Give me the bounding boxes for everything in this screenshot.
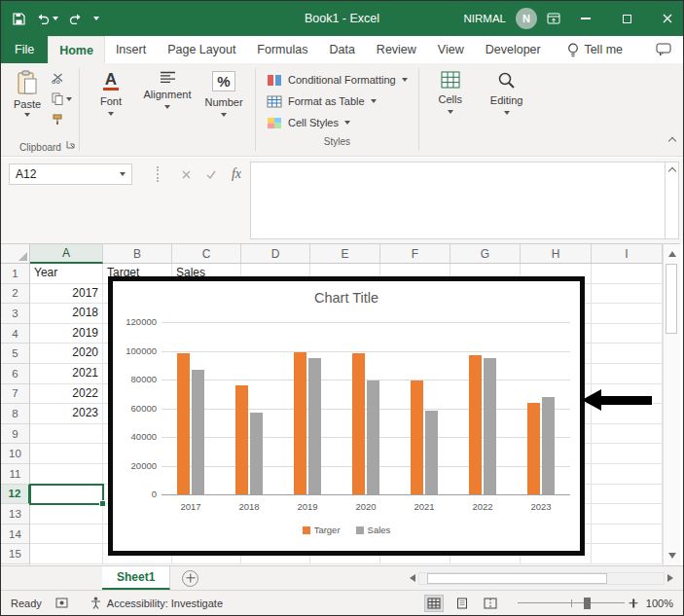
horizontal-scroll-track[interactable] [418, 572, 665, 585]
tab-home[interactable]: Home [48, 36, 105, 63]
conditional-formatting-button[interactable]: Conditional Formatting [259, 69, 415, 91]
row-header-10[interactable]: 10 [1, 444, 30, 464]
editing-group-button[interactable]: Editing [479, 63, 535, 156]
cell-A9[interactable] [30, 424, 103, 445]
enter-button[interactable] [199, 163, 223, 185]
tab-page-layout[interactable]: Page Layout [157, 36, 246, 63]
sheet-tab-sheet1[interactable]: Sheet1 [102, 566, 170, 590]
column-header-D[interactable]: D [241, 244, 310, 264]
close-button[interactable] [652, 1, 683, 36]
column-header-G[interactable]: G [450, 244, 521, 264]
active-cell-outline[interactable] [29, 484, 104, 506]
normal-view-button[interactable] [424, 595, 444, 612]
cell-A7[interactable]: 2022 [30, 384, 103, 405]
column-header-A[interactable]: A [30, 244, 103, 264]
legend-item-targer[interactable]: Targer [303, 525, 341, 535]
bar-targer-2023[interactable] [527, 403, 540, 494]
row-header-3[interactable]: 3 [1, 304, 30, 324]
undo-button[interactable] [36, 14, 58, 24]
tab-view[interactable]: View [427, 36, 475, 63]
chart-title[interactable]: Chart Title [113, 290, 580, 306]
ribbon-display-options-button[interactable] [547, 12, 560, 25]
row-header-9[interactable]: 9 [1, 424, 30, 445]
tell-me-box[interactable]: Tell me [567, 36, 623, 63]
tab-file[interactable]: File [1, 36, 48, 63]
column-header-H[interactable]: H [521, 244, 592, 264]
cell-I9[interactable] [592, 424, 663, 445]
cell-A15[interactable] [30, 544, 103, 564]
paste-button[interactable]: Paste [5, 68, 50, 117]
format-as-table-button[interactable]: Format as Table [259, 91, 415, 112]
page-layout-view-button[interactable] [452, 595, 472, 612]
alignment-group-button[interactable]: Alignment [139, 63, 196, 156]
cell-I5[interactable] [592, 344, 663, 364]
insert-function-button[interactable]: fx [225, 163, 248, 185]
scroll-right-button[interactable] [667, 574, 673, 582]
cells-group-button[interactable]: Cells [422, 63, 479, 156]
cell-A5[interactable]: 2020 [30, 344, 103, 364]
row-header-4[interactable]: 4 [1, 324, 30, 344]
cell-I14[interactable] [592, 525, 663, 545]
row-header-6[interactable]: 6 [1, 364, 30, 384]
row-header-2[interactable]: 2 [1, 284, 30, 305]
redo-button[interactable] [69, 14, 83, 24]
cell-I3[interactable] [592, 304, 663, 324]
column-header-I[interactable]: I [592, 244, 663, 264]
zoom-slider-thumb[interactable] [584, 598, 591, 609]
cell-A10[interactable] [30, 444, 103, 464]
horizontal-scrollbar[interactable] [410, 570, 673, 586]
vertical-scrollbar[interactable] [663, 243, 680, 565]
copy-button[interactable] [52, 91, 72, 106]
cell-A4[interactable]: 2019 [30, 324, 103, 344]
bar-sales-2021[interactable] [425, 411, 438, 494]
add-sheet-button[interactable] [182, 570, 198, 587]
row-header-8[interactable]: 8 [1, 404, 30, 424]
column-header-F[interactable]: F [380, 244, 450, 264]
number-group-button[interactable]: % Number [196, 63, 252, 156]
tab-insert[interactable]: Insert [105, 36, 157, 63]
cell-I12[interactable] [592, 485, 663, 505]
bar-sales-2020[interactable] [367, 380, 379, 494]
format-painter-button[interactable] [52, 112, 72, 127]
bar-sales-2019[interactable] [308, 358, 321, 494]
account-avatar[interactable]: N [516, 8, 537, 29]
bar-sales-2018[interactable] [250, 413, 263, 494]
cell-A14[interactable] [30, 525, 103, 545]
name-box[interactable]: A12 [9, 163, 132, 185]
column-header-C[interactable]: C [172, 244, 241, 264]
row-header-1[interactable]: 1 [1, 264, 30, 284]
row-header-14[interactable]: 14 [1, 525, 30, 545]
cancel-button[interactable] [174, 163, 198, 185]
row-header-13[interactable]: 13 [1, 504, 30, 525]
bar-targer-2020[interactable] [352, 353, 365, 494]
comments-button[interactable] [656, 36, 671, 63]
row-header-15[interactable]: 15 [1, 544, 30, 564]
cell-I1[interactable] [592, 264, 663, 284]
clipboard-dialog-launcher[interactable] [66, 135, 75, 153]
cut-button[interactable] [52, 71, 72, 86]
customize-quick-access-button[interactable] [93, 17, 99, 20]
cell-I11[interactable] [592, 464, 663, 485]
bar-targer-2018[interactable] [235, 385, 248, 494]
tab-data[interactable]: Data [318, 36, 365, 63]
cell-A2[interactable]: 2017 [30, 284, 103, 305]
cell-A8[interactable]: 2023 [30, 404, 103, 424]
zoom-slider[interactable] [518, 597, 625, 610]
cell-A1[interactable]: Year [30, 264, 103, 284]
page-break-view-button[interactable] [481, 595, 500, 612]
cell-I13[interactable] [592, 504, 663, 525]
account-name[interactable]: NIRMAL [464, 13, 506, 24]
cell-A6[interactable]: 2021 [30, 364, 103, 384]
tab-formulas[interactable]: Formulas [246, 36, 318, 63]
tab-review[interactable]: Review [366, 36, 427, 63]
row-header-12[interactable]: 12 [1, 485, 30, 505]
minimize-button[interactable] [570, 1, 601, 36]
select-all-corner[interactable] [1, 244, 30, 264]
bar-sales-2022[interactable] [484, 358, 496, 494]
cell-I2[interactable] [592, 284, 663, 305]
cell-I10[interactable] [592, 444, 663, 464]
row-header-11[interactable]: 11 [1, 464, 30, 485]
row-header-5[interactable]: 5 [1, 344, 30, 364]
font-group-button[interactable]: A Font [83, 63, 139, 156]
row-header-7[interactable]: 7 [1, 384, 30, 405]
